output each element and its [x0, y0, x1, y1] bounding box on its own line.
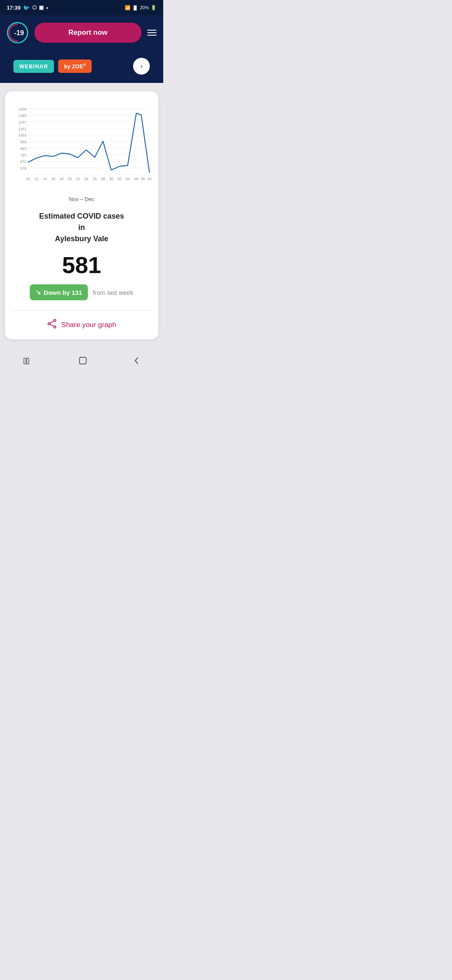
down-badge: ↘ Down by 131 [30, 284, 88, 300]
nav-menu-button[interactable] [15, 354, 41, 370]
svg-text:10: 10 [147, 177, 152, 181]
signal-icon: ▐▌ [132, 5, 138, 10]
svg-text:24: 24 [84, 177, 88, 181]
registered-mark: ® [83, 63, 86, 67]
next-button[interactable]: › [133, 58, 150, 75]
share-label: Share your graph [61, 321, 116, 329]
svg-text:1055: 1055 [18, 133, 27, 137]
location-name: Aylesbury Vale [55, 235, 108, 243]
svg-text:30: 30 [109, 177, 113, 181]
zoe-badge: by ZOE® [58, 59, 92, 73]
wifi-icon: 📶 [125, 5, 131, 10]
svg-text:959: 959 [21, 140, 27, 144]
status-time: 17:39 🐦 ⬡ ▦ • [7, 5, 48, 11]
hamburger-menu-button[interactable] [147, 30, 157, 36]
webinar-badge: WEBINAR [13, 60, 54, 73]
report-now-button[interactable]: Report now [34, 23, 141, 43]
svg-text:-19: -19 [14, 29, 24, 36]
case-count-display: 581 [12, 251, 152, 279]
svg-text:576: 576 [21, 166, 27, 170]
svg-text:1247: 1247 [18, 120, 27, 124]
main-card: 1439 1343 1247 1151 1055 959 863 767 672… [5, 91, 158, 339]
app-header: -19 Report now WEBINAR by ZOE® › [0, 15, 163, 83]
dot-indicator: • [46, 5, 48, 11]
logo-icon: -19 [7, 22, 28, 44]
nav-home-button[interactable] [70, 353, 96, 370]
title-line2: in [78, 223, 85, 232]
share-icon [47, 319, 57, 331]
chart-svg: 1439 1343 1247 1151 1055 959 863 767 672… [12, 100, 152, 192]
svg-line-42 [50, 321, 54, 323]
svg-text:1151: 1151 [18, 127, 27, 131]
title-line1: Estimated COVID cases [39, 212, 124, 220]
header-top: -19 Report now [7, 22, 157, 44]
svg-text:08: 08 [141, 177, 145, 181]
by-label: by [64, 63, 72, 70]
svg-text:06: 06 [134, 177, 139, 181]
svg-rect-45 [27, 358, 29, 364]
svg-text:16: 16 [51, 177, 55, 181]
svg-text:04: 04 [126, 177, 130, 181]
svg-line-43 [50, 324, 54, 327]
status-bar: 17:39 🐦 ⬡ ▦ • 📶 ▐▌ 20% 🔋 [0, 0, 163, 15]
svg-text:28: 28 [101, 177, 105, 181]
svg-text:14: 14 [43, 177, 47, 181]
battery-icon: 🔋 [151, 5, 157, 10]
svg-text:1343: 1343 [18, 113, 27, 118]
svg-text:863: 863 [21, 147, 27, 151]
time-display: 17:39 [7, 5, 21, 11]
twitter-icon: 🐦 [23, 5, 30, 11]
svg-text:20: 20 [68, 177, 72, 181]
chart-x-label: Nov – Dec [12, 196, 152, 202]
covid-chart: 1439 1343 1247 1151 1055 959 863 767 672… [12, 100, 152, 192]
card-title: Estimated COVID cases in Aylesbury Vale [12, 211, 152, 245]
app-icon-1: ⬡ [32, 5, 36, 10]
svg-text:1439: 1439 [18, 107, 27, 111]
svg-text:10: 10 [26, 177, 30, 181]
from-last-week-label: from last week [93, 289, 134, 296]
svg-text:12: 12 [34, 177, 39, 181]
svg-text:02: 02 [117, 177, 121, 181]
svg-text:672: 672 [21, 160, 27, 164]
svg-text:18: 18 [59, 177, 64, 181]
change-row: ↘ Down by 131 from last week [12, 284, 152, 300]
down-by-label: Down by 131 [44, 289, 82, 296]
nav-back-button[interactable] [125, 353, 149, 370]
svg-text:26: 26 [93, 177, 97, 181]
bottom-navigation [0, 348, 163, 379]
share-graph-button[interactable]: Share your graph [12, 319, 152, 331]
svg-text:22: 22 [76, 177, 80, 181]
card-divider [12, 310, 152, 311]
svg-rect-46 [80, 357, 86, 364]
app-logo: -19 [7, 22, 28, 44]
svg-point-41 [48, 323, 50, 325]
down-arrow-icon: ↘ [36, 289, 41, 296]
status-icons: 📶 ▐▌ 20% 🔋 [125, 5, 157, 10]
svg-text:767: 767 [21, 153, 27, 157]
app-icon-2: ▦ [39, 5, 44, 10]
zoe-label: ZOE [72, 63, 83, 70]
svg-rect-44 [24, 358, 26, 364]
webinar-banner: WEBINAR by ZOE® › [7, 54, 157, 83]
battery-display: 20% [140, 5, 149, 10]
